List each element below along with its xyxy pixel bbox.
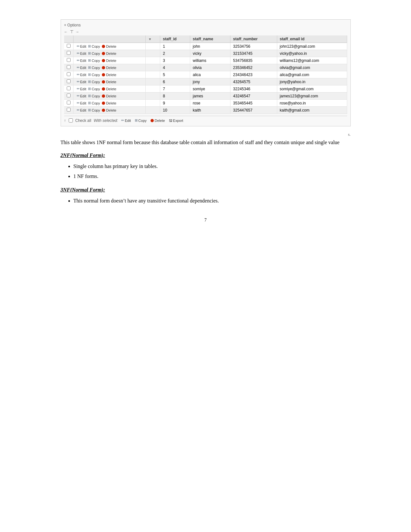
edit-button[interactable]: ✏ Edit	[76, 51, 87, 56]
row-checkbox-cell	[64, 50, 73, 57]
edit-button[interactable]: ✏ Edit	[76, 101, 87, 105]
row-email: kaith@gmail.com	[277, 107, 347, 114]
with-selected-label: With selected:	[94, 118, 118, 123]
row-number: 32245346	[230, 85, 277, 93]
nav-left-arrow[interactable]: ←	[64, 30, 68, 34]
edit-button[interactable]: ✏ Edit	[76, 44, 87, 49]
bottom-bar: ↑ Check all With selected: ✏ Edit ⊞ Copy…	[64, 116, 347, 123]
copy-button[interactable]: ⊞ Copy	[87, 94, 101, 98]
delete-label: Delete	[106, 73, 116, 77]
delete-button[interactable]: Delete	[101, 108, 117, 113]
copy-icon: ⊞	[88, 101, 91, 105]
col-staff-name[interactable]: staff_name	[190, 35, 230, 43]
copy-icon: ⊞	[88, 51, 91, 55]
delete-label: Delete	[106, 80, 116, 84]
copy-button[interactable]: ⊞ Copy	[87, 101, 101, 105]
row-name: kaith	[190, 107, 230, 114]
delete-button[interactable]: Delete	[101, 44, 117, 49]
row-checkbox[interactable]	[67, 44, 71, 48]
row-sort-cell	[146, 93, 160, 100]
edit-button[interactable]: ✏ Edit	[76, 58, 87, 63]
row-actions-cell: ✏ Edit ⊞ Copy Delete	[73, 93, 146, 100]
row-checkbox-cell	[64, 85, 73, 93]
check-all-checkbox[interactable]	[69, 118, 73, 123]
delete-button[interactable]: Delete	[101, 51, 117, 56]
copy-label: Copy	[92, 59, 100, 63]
edit-button[interactable]: ✏ Edit	[76, 94, 87, 98]
edit-icon: ✏	[77, 58, 80, 63]
col-staff-number[interactable]: staff_number	[230, 35, 277, 43]
delete-icon	[102, 94, 105, 98]
delete-button[interactable]: Delete	[101, 80, 117, 84]
delete-icon	[102, 80, 105, 84]
copy-button[interactable]: ⊞ Copy	[87, 72, 101, 77]
copy-label: Copy	[92, 101, 100, 105]
delete-button[interactable]: Delete	[101, 58, 117, 63]
edit-label: Edit	[80, 80, 86, 84]
edit-button[interactable]: ✏ Edit	[76, 108, 87, 113]
row-actions-cell: ✏ Edit ⊞ Copy Delete	[73, 64, 146, 71]
bottom-export-button[interactable]: 🖫 Export	[168, 118, 184, 123]
check-all-label: Check all	[75, 118, 91, 123]
row-sort-cell	[146, 64, 160, 71]
options-label[interactable]: + Options	[64, 23, 81, 27]
row-actions-cell: ✏ Edit ⊞ Copy Delete	[73, 78, 146, 85]
copy-button[interactable]: ⊞ Copy	[87, 44, 101, 49]
copy-button[interactable]: ⊞ Copy	[87, 51, 101, 56]
copy-button[interactable]: ⊞ Copy	[87, 65, 101, 70]
edit-button[interactable]: ✏ Edit	[76, 79, 87, 84]
delete-icon	[102, 66, 105, 69]
row-checkbox[interactable]	[67, 58, 71, 62]
bottom-delete-button[interactable]: Delete	[150, 118, 166, 123]
row-checkbox[interactable]	[67, 101, 71, 104]
row-sort-cell	[146, 100, 160, 107]
copy-button[interactable]: ⊞ Copy	[87, 58, 101, 63]
bottom-copy-button[interactable]: ⊞ Copy	[134, 118, 147, 123]
row-checkbox[interactable]	[67, 79, 71, 83]
col-staff-email[interactable]: staff_email id	[277, 35, 347, 43]
row-checkbox[interactable]	[67, 72, 71, 76]
nav-column-icon: ⊤	[70, 29, 73, 34]
copy-label: Copy	[92, 66, 100, 70]
copy-label: Copy	[92, 87, 100, 91]
table-row: ✏ Edit ⊞ Copy Delete 8 james 43246547	[64, 93, 347, 100]
delete-icon	[102, 45, 105, 48]
page-number: 7	[61, 218, 351, 223]
delete-label: Delete	[106, 94, 116, 98]
delete-button[interactable]: Delete	[101, 101, 117, 105]
col-staff-id[interactable]: staff_id	[160, 35, 190, 43]
nav-right-arrow[interactable]: →	[75, 30, 79, 34]
row-sort-cell	[146, 107, 160, 114]
row-sort-cell	[146, 50, 160, 57]
copy-icon: ⊞	[88, 87, 91, 91]
table-row: ✏ Edit ⊞ Copy Delete 2 vicky 321534745	[64, 50, 347, 57]
row-checkbox[interactable]	[67, 86, 71, 90]
list-item-2nf-2: 1 NF forms.	[73, 172, 351, 181]
row-checkbox[interactable]	[67, 65, 71, 69]
nav-bar: ← ⊤ →	[64, 29, 347, 34]
bottom-edit-button[interactable]: ✏ Edit	[121, 118, 132, 123]
edit-label: Edit	[80, 94, 86, 98]
copy-button[interactable]: ⊞ Copy	[87, 108, 101, 113]
edit-button[interactable]: ✏ Edit	[76, 65, 87, 70]
table-header-row: ▼ staff_id staff_name staff_number staff…	[64, 35, 347, 43]
row-checkbox[interactable]	[67, 94, 71, 97]
copy-button[interactable]: ⊞ Copy	[87, 79, 101, 84]
delete-button[interactable]: Delete	[101, 65, 117, 70]
row-checkbox[interactable]	[67, 51, 71, 55]
col-sort[interactable]: ▼	[146, 35, 160, 43]
delete-button[interactable]: Delete	[101, 73, 117, 77]
bottom-copy-icon: ⊞	[135, 118, 138, 123]
copy-icon: ⊞	[88, 58, 91, 63]
up-arrow-icon: ↑	[64, 118, 66, 123]
delete-button[interactable]: Delete	[101, 87, 117, 91]
heading-2nf: 2NF(Normal Form):	[61, 153, 351, 158]
delete-button[interactable]: Delete	[101, 94, 117, 98]
row-name: somiye	[190, 85, 230, 93]
edit-icon: ✏	[77, 65, 80, 70]
table-row: ✏ Edit ⊞ Copy Delete 3 williams 53475683…	[64, 57, 347, 64]
row-checkbox[interactable]	[67, 108, 71, 112]
copy-button[interactable]: ⊞ Copy	[87, 86, 101, 91]
edit-button[interactable]: ✏ Edit	[76, 72, 87, 77]
edit-button[interactable]: ✏ Edit	[76, 86, 87, 91]
